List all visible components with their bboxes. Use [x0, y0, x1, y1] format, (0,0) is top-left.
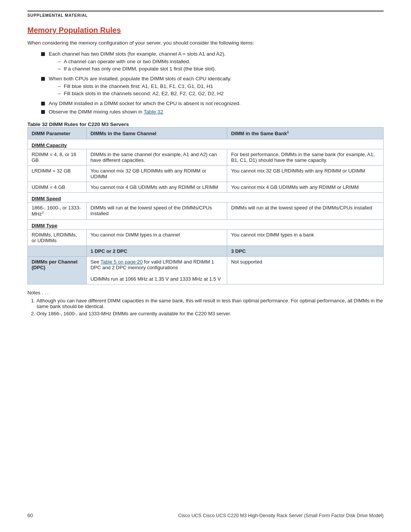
- dpc-header-col1: [28, 246, 87, 256]
- section-title: Memory Population Rules: [27, 26, 384, 35]
- sub-list-2: Fill blue slots in the channels first: A…: [58, 83, 231, 96]
- channel-type: You cannot mix DIMM types in a channel: [86, 229, 227, 246]
- param-type: RDIMMs, LRDIMMs, or UDIMMs: [28, 229, 87, 246]
- bullet-icon-3: [41, 102, 45, 105]
- bullet-icon-1: [41, 52, 45, 56]
- table32-link[interactable]: Table 32: [144, 109, 163, 115]
- notes-list: Although you can have different DIMM cap…: [37, 298, 384, 316]
- dpc-header-col2: 1 DPC or 2 DPC: [86, 246, 227, 256]
- dpc-link-prefix: See: [91, 259, 101, 265]
- bank-type: You cannot mix DIMM types in a bank: [227, 229, 384, 246]
- footer-bar: 60 Cisco UCS Cisco UCS C220 M3 High-Dens…: [27, 513, 384, 518]
- bullet-text-2: When both CPUs are installed, populate t…: [49, 76, 231, 98]
- col-header-param: DIMM Parameter: [28, 128, 87, 139]
- bank-udimm: You cannot mix 4 GB UDIMMs with any RDIM…: [227, 182, 384, 193]
- category-dimm-type: DIMM Type: [28, 219, 384, 229]
- bullet-item-4: Observe the DIMM mixing rules shown in T…: [41, 109, 384, 115]
- bullet-text-4: Observe the DIMM mixing rules shown in T…: [49, 109, 163, 115]
- param-lrdimm: LRDIMM = 32 GB: [28, 166, 87, 182]
- table-row-lrdimm: LRDIMM = 32 GB You cannot mix 32 GB LRDI…: [28, 166, 384, 182]
- notes-header: Notes . . .: [27, 290, 384, 296]
- dpc-header-row: 1 DPC or 2 DPC 3 DPC: [28, 246, 384, 256]
- note-item-2: Only 1866-, 1600-, and 1333-MHz DIMMs ar…: [37, 311, 384, 316]
- table5-link[interactable]: Table 5 on page 20: [100, 259, 143, 265]
- note-item-1: Although you can have different DIMM cap…: [37, 298, 384, 309]
- param-udimm: UDIMM = 4 GB: [28, 182, 87, 193]
- dpc-param: DIMMs per Channel (DPC): [28, 256, 87, 284]
- dpc-header-col3: 3 DPC: [227, 246, 384, 256]
- table-caption: Table 32 DIMM Rules for C220 M3 Servers: [27, 121, 384, 127]
- table-row-rdimm: RDIMM = 4, 8, or 16 GB DIMMs in the same…: [28, 149, 384, 166]
- channel-rdimm: DIMMs in the same channel (for example, …: [86, 149, 227, 166]
- bullet-item-1: Each channel has two DIMM slots (for exa…: [41, 51, 384, 73]
- category-label-speed: DIMM Speed: [28, 193, 384, 203]
- sub-item-1-1: A channel can operate with one or two DI…: [58, 59, 226, 64]
- top-rule: [27, 11, 384, 11]
- param-rdimm: RDIMM = 4, 8, or 16 GB: [28, 149, 87, 166]
- bullet-icon-4: [41, 110, 45, 114]
- param-speed: 1866-, 1600-, or 1333-MHz2: [28, 203, 87, 219]
- col-header-same-channel: DIMMs in the Same Channel: [86, 128, 227, 139]
- sub-list-1: A channel can operate with one or two DI…: [58, 59, 226, 72]
- col-header-same-bank: DIMM in the Same Bank1: [227, 128, 384, 139]
- table-row-udimm: UDIMM = 4 GB You cannot mix 4 GB UDIMMs …: [28, 182, 384, 193]
- supplemental-label: Supplemental Material: [27, 13, 384, 18]
- channel-lrdimm: You cannot mix 32 GB LRDIMMs with any RD…: [86, 166, 227, 182]
- footer-page-number: 60: [27, 513, 33, 518]
- channel-udimm: You cannot mix 4 GB UDIMMs with any RDIM…: [86, 182, 227, 193]
- sub-item-2-2: Fill black slots in the channels second:…: [58, 91, 231, 96]
- bullet-text-1: Each channel has two DIMM slots (for exa…: [49, 51, 226, 73]
- bullet-list: Each channel has two DIMM slots (for exa…: [41, 51, 384, 115]
- bullet-item-3: Any DIMM installed in a DIMM socket for …: [41, 101, 384, 106]
- sub-item-2-1: Fill blue slots in the channels first: A…: [58, 83, 231, 89]
- bank-speed: DIMMs will run at the lowest speed of th…: [227, 203, 384, 219]
- dpc-udimm-note: UDIMMs run at 1066 MHz at 1.35 V and 133…: [91, 276, 221, 282]
- table-row-speed: 1866-, 1600-, or 1333-MHz2 DIMMs will ru…: [28, 203, 384, 219]
- bullet-item-2: When both CPUs are installed, populate t…: [41, 76, 384, 98]
- dpc-same-bank: Not supported: [227, 256, 384, 284]
- dpc-same-channel: See Table 5 on page 20 for valid LRDIMM …: [86, 256, 227, 284]
- page-wrapper: Supplemental Material Memory Population …: [0, 0, 411, 532]
- category-dimm-speed: DIMM Speed: [28, 193, 384, 203]
- category-dimm-capacity: DIMM Capacity: [28, 139, 384, 149]
- table-header-row: DIMM Parameter DIMMs in the Same Channel…: [28, 128, 384, 139]
- table-row-type: RDIMMs, LRDIMMs, or UDIMMs You cannot mi…: [28, 229, 384, 246]
- channel-speed: DIMMs will run at the lowest speed of th…: [86, 203, 227, 219]
- category-label-capacity: DIMM Capacity: [28, 139, 384, 149]
- bank-rdimm: For best performance, DIMMs in the same …: [227, 149, 384, 166]
- dimm-table: DIMM Parameter DIMMs in the Same Channel…: [27, 127, 384, 284]
- intro-text: When considering the memory configuratio…: [27, 40, 384, 46]
- sub-item-1-2: If a channel has only one DIMM, populate…: [58, 66, 226, 72]
- category-label-type: DIMM Type: [28, 219, 384, 229]
- bank-lrdimm: You cannot mix 32 GB LRDIMMs with any RD…: [227, 166, 384, 182]
- notes-section: Notes . . . Although you can have differ…: [27, 290, 384, 316]
- bullet-icon-2: [41, 77, 45, 81]
- dpc-data-row: DIMMs per Channel (DPC) See Table 5 on p…: [28, 256, 384, 284]
- footer-document-title: Cisco UCS Cisco UCS C220 M3 High-Density…: [178, 513, 384, 518]
